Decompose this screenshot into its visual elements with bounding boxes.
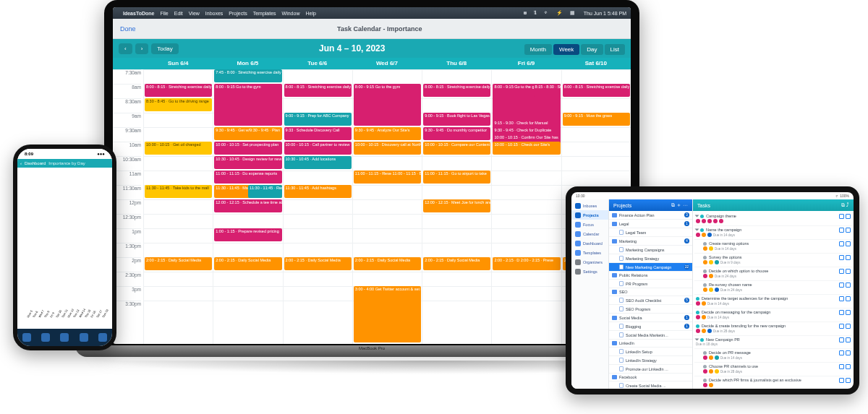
- back-icon[interactable]: ‹: [20, 161, 22, 165]
- copy-icon[interactable]: [839, 241, 844, 246]
- day-column[interactable]: 7:45 - 8:00 · Stretching exercise daily8…: [213, 69, 282, 344]
- copy-icon[interactable]: [839, 255, 844, 260]
- iphone-titlebar[interactable]: ‹ Dashboard Importance by Day: [17, 159, 112, 168]
- nav-chart-icon[interactable]: [60, 333, 69, 342]
- task-item[interactable]: New Campaign PRDue in 18 days: [694, 336, 852, 349]
- copy-icon[interactable]: [839, 228, 844, 233]
- open-icon[interactable]: [846, 310, 851, 315]
- calendar-event[interactable]: 11:00 - 11:15 - Rese 11:00 - 11:15 · Bob: [354, 171, 421, 184]
- project-item[interactable]: LinkedIn Strategy: [609, 356, 692, 365]
- project-item[interactable]: Legal1: [609, 220, 692, 228]
- today-button[interactable]: Today: [151, 43, 178, 54]
- calendar-event[interactable]: 12:00 - 12:15 · Schedule a tee time at: [214, 199, 281, 212]
- project-item[interactable]: Finance Action Plan3: [609, 211, 692, 220]
- open-icon[interactable]: [846, 364, 851, 369]
- nav-calendar-icon[interactable]: [41, 333, 50, 342]
- menubar-datetime[interactable]: Thu Jun 1 5:48 PM: [584, 11, 626, 16]
- header-actions[interactable]: ⧉ ⤴: [841, 202, 849, 208]
- open-icon[interactable]: [846, 214, 851, 219]
- sidebar-item-focus[interactable]: Focus: [571, 220, 608, 229]
- copy-icon[interactable]: [839, 310, 844, 315]
- menu-edit[interactable]: Edit: [174, 11, 183, 16]
- calendar-event[interactable]: 11:00 - 11:15 · Go to airport to take: [423, 171, 490, 184]
- view-list[interactable]: List: [605, 44, 625, 55]
- project-item[interactable]: PR Program: [609, 280, 692, 288]
- copy-icon[interactable]: [839, 337, 844, 342]
- nav-list-icon[interactable]: [80, 333, 88, 342]
- calendar-event[interactable]: 11:30 - 11:45 · Take kids to the mall: [145, 185, 212, 198]
- menu-view[interactable]: View: [189, 11, 200, 16]
- menubar-status-icons[interactable]: ▤ ⇅ ᯤ ⚡ ▦: [524, 10, 578, 16]
- chevron-down-icon[interactable]: [695, 229, 699, 231]
- copy-icon[interactable]: [839, 364, 844, 369]
- task-item[interactable]: Decide on which option to chooseDue in 2…: [694, 267, 852, 281]
- project-item[interactable]: Social Media1: [609, 314, 692, 322]
- calendar-event[interactable]: 2:00 - 2:15 · Daily Social Media: [284, 257, 352, 270]
- copy-icon[interactable]: [839, 324, 844, 329]
- day-column[interactable]: 8:00 - 9:15 Go to the gym9:30 - 9:45 · A…: [352, 69, 422, 344]
- menu-help[interactable]: Help: [305, 11, 315, 16]
- calendar-event[interactable]: 8:00 - 8:15 · Stretching exercise daily: [563, 84, 630, 97]
- open-icon[interactable]: [846, 296, 851, 301]
- menu-file[interactable]: File: [160, 11, 168, 16]
- calendar-event[interactable]: 8:30 - 8:45 · Go to the driving range: [145, 98, 212, 111]
- calendar-event[interactable]: 2:00 - 2:15 · Daily Social Media: [145, 257, 212, 270]
- project-item[interactable]: Promote our LinkedIn ...: [609, 365, 692, 374]
- day-header[interactable]: Thu 6/8: [422, 58, 491, 69]
- macos-menubar[interactable]: IdeasToDone FileEditViewInboxesProjectsT…: [113, 7, 631, 19]
- calendar-event[interactable]: 8:00 - 8:15 · Stretching exercise daily: [284, 84, 352, 97]
- task-item[interactable]: Decide on messaging for the campaignDue …: [694, 309, 852, 322]
- calendar-event[interactable]: 8:00 - 8:15 · Stretching exercise daily …: [423, 84, 490, 97]
- day-header[interactable]: Fri 6/9: [491, 58, 561, 69]
- day-header[interactable]: Wed 6/7: [352, 58, 422, 69]
- calendar-event[interactable]: 10:00 - 10:15 · Get oil changed: [145, 142, 212, 155]
- day-header[interactable]: Sat 6/10: [561, 58, 631, 69]
- view-month[interactable]: Month: [524, 44, 552, 55]
- copy-icon[interactable]: [839, 296, 844, 301]
- day-column[interactable]: 8:00 - 8:15 · Stretching exercise daily …: [422, 69, 491, 344]
- task-item[interactable]: Decide which PR firms & journalists get …: [694, 376, 852, 389]
- open-icon[interactable]: [846, 378, 851, 383]
- calendar-event[interactable]: 10:00 - 10:15 · Set prospecting plan: [214, 142, 281, 155]
- task-item[interactable]: Re-survey chosen nameDue in 24 days: [694, 281, 852, 295]
- calendar-event[interactable]: 8:15 - 8:30 · Stretc: [534, 84, 561, 97]
- view-day[interactable]: Day: [581, 44, 603, 55]
- calendar-event[interactable]: 9:00 - 9:15 · Mow the grass: [563, 113, 630, 126]
- project-item[interactable]: Create Social Media ...: [609, 381, 692, 389]
- next-button[interactable]: ›: [135, 43, 149, 54]
- done-button[interactable]: Done: [120, 25, 136, 33]
- chevron-down-icon[interactable]: [695, 339, 699, 341]
- chevron-down-icon[interactable]: [695, 215, 699, 217]
- copy-icon[interactable]: [839, 214, 844, 219]
- project-item[interactable]: Legal Team: [609, 228, 692, 237]
- task-item[interactable]: Survey the optionsDue in 9 days: [694, 254, 852, 267]
- open-icon[interactable]: [846, 269, 851, 274]
- project-item[interactable]: LinkedIn Setup: [609, 348, 692, 356]
- project-item[interactable]: SEO Program: [609, 305, 692, 314]
- open-icon[interactable]: [846, 337, 851, 342]
- sidebar-item-organizers[interactable]: Organizers: [571, 257, 608, 267]
- sidebar-item-settings[interactable]: Settings: [571, 267, 608, 276]
- day-header[interactable]: Sun 6/4: [143, 58, 213, 69]
- calendar-event[interactable]: 10:00 - 10:15 · Discovery call at North: [354, 142, 421, 155]
- copy-icon[interactable]: [839, 378, 844, 383]
- calendar-event[interactable]: 7:45 - 8:00 · Stretching exercise daily: [214, 69, 281, 82]
- task-item[interactable]: Create naming optionsDue in 14 days: [694, 240, 852, 254]
- calendar-event[interactable]: 9:00 - 9:15 · Book flight to Las Vegas: [423, 113, 490, 126]
- day-column[interactable]: 8:00 - 8:15 · Stretching exercise daily8…: [143, 69, 213, 344]
- calendar-event[interactable]: 2:00 - 2:15 · D 2:00 - 2:15 · Prese: [493, 257, 560, 270]
- calendar-event[interactable]: 9:33 · Schedule Discovery Call: [284, 127, 352, 140]
- app-name[interactable]: IdeasToDone: [123, 11, 154, 16]
- project-item[interactable]: Marketing Campaigns: [609, 246, 692, 254]
- task-item[interactable]: Campaign theme: [694, 212, 852, 226]
- task-item[interactable]: Choose PR channels to useDue in 28 days: [694, 363, 852, 376]
- day-column[interactable]: 8:00 - 8:15 · Stretching exercise daily9…: [283, 69, 352, 344]
- day-column[interactable]: 8:00 - 9:15 Go to the gym8:15 - 8:30 · S…: [491, 69, 561, 344]
- project-item[interactable]: SEO: [609, 288, 692, 296]
- sidebar-item-inboxes[interactable]: Inboxes: [571, 201, 608, 210]
- open-icon[interactable]: [846, 350, 851, 355]
- calendar-event[interactable]: 9:30 - 9:45 · Do monthly competitor: [423, 127, 490, 140]
- day-header[interactable]: Tue 6/6: [283, 58, 352, 69]
- calendar-event[interactable]: 10:00 - 10:15 · Call partner to review: [284, 142, 352, 155]
- prev-button[interactable]: ‹: [119, 43, 132, 54]
